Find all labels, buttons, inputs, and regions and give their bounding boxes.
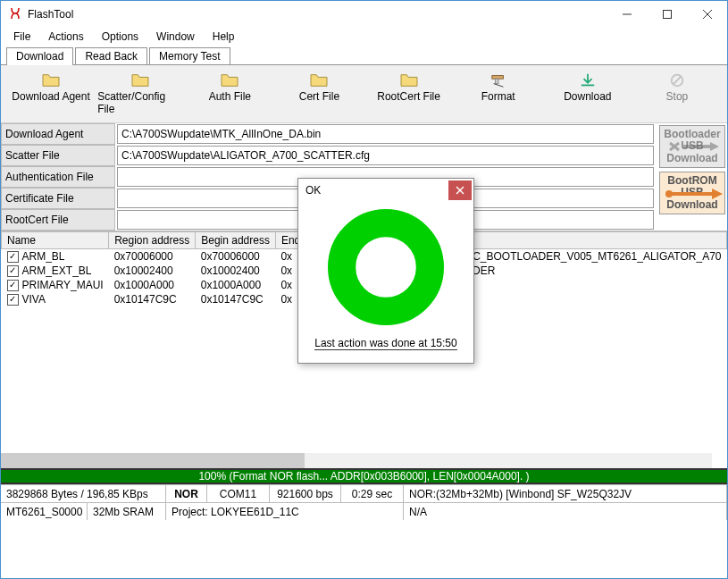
label-auth: Authentication File xyxy=(1,166,115,188)
btn-label: Format xyxy=(481,90,515,103)
cell-name: ARM_EXT_BL xyxy=(22,264,92,277)
btn-bootrom-usb[interactable]: BootROM USB Download xyxy=(659,172,725,214)
col-name[interactable]: Name xyxy=(2,232,109,249)
status-com: COM11 xyxy=(207,485,270,502)
status-chip: MT6261_S0000 xyxy=(1,503,88,520)
svg-rect-1 xyxy=(663,11,671,19)
window-title: FlashTool xyxy=(28,8,607,21)
cell-name: VIVA xyxy=(22,293,46,306)
dialog-titlebar[interactable]: OK xyxy=(298,179,473,202)
label-cert: Certificate File xyxy=(1,188,115,209)
dialog-close-button[interactable] xyxy=(448,180,472,200)
cell-name: ARM_BL xyxy=(22,250,65,263)
input-scatter[interactable] xyxy=(117,146,654,165)
status-bytes: 3829868 Bytes / 196,85 KBps xyxy=(1,485,166,502)
col-region[interactable]: Region address xyxy=(109,232,196,249)
btn-rootcert[interactable]: RootCert File xyxy=(364,69,454,119)
svg-line-8 xyxy=(673,77,681,85)
row-checkbox[interactable]: ✓ xyxy=(7,251,19,263)
tab-readback[interactable]: Read Back xyxy=(75,47,147,64)
menu-help[interactable]: Help xyxy=(205,29,242,45)
menu-file[interactable]: File xyxy=(6,29,38,45)
close-button[interactable] xyxy=(687,2,727,28)
minimize-button[interactable] xyxy=(607,2,647,28)
menubar: File Actions Options Window Help xyxy=(1,28,727,46)
cell-begin: 0x70006000 xyxy=(196,249,276,264)
btn-label: Cert File xyxy=(299,90,339,103)
dialog-message: Last action was done at 15:50 xyxy=(314,337,456,350)
svg-marker-15 xyxy=(712,189,723,199)
close-icon xyxy=(456,186,464,195)
btn-download-agent[interactable]: Download Agent xyxy=(6,69,96,119)
success-ring-icon xyxy=(328,209,444,325)
row-checkbox[interactable]: ✓ xyxy=(7,280,19,291)
maximize-button[interactable] xyxy=(647,2,687,28)
format-icon xyxy=(489,72,508,88)
btn-label: Auth File xyxy=(209,90,251,103)
x-arrow-icon xyxy=(665,141,719,152)
svg-rect-4 xyxy=(491,76,503,80)
cell-begin: 0x1000A000 xyxy=(196,278,276,292)
scrollbar-thumb[interactable] xyxy=(1,453,305,468)
stop-icon xyxy=(667,72,687,88)
status-ram: 32Mb SRAM xyxy=(88,503,166,520)
menu-options[interactable]: Options xyxy=(95,29,146,45)
cell-begin: 0x10002400 xyxy=(196,264,276,278)
status-nor: NOR xyxy=(166,485,207,502)
btn-format[interactable]: Format xyxy=(454,69,543,119)
row-checkbox[interactable]: ✓ xyxy=(7,265,19,277)
btn-scatter[interactable]: Scatter/Config File xyxy=(96,69,185,119)
svg-point-18 xyxy=(342,223,431,312)
menu-window[interactable]: Window xyxy=(149,29,202,45)
btn-cert[interactable]: Cert File xyxy=(274,69,364,119)
svg-marker-12 xyxy=(710,142,719,151)
progress-text: 100% (Format NOR flash... ADDR[0x003B600… xyxy=(198,470,529,482)
status-flash: NOR:(32Mb+32Mb) [Winbond] SF_W25Q32JV xyxy=(404,485,727,502)
input-da[interactable] xyxy=(117,124,654,144)
tab-strip: Download Read Back Memory Test xyxy=(1,46,727,65)
cell-name: PRIMARY_MAUI xyxy=(22,279,104,291)
titlebar: FlashTool xyxy=(1,1,727,28)
btn-label: Scatter/Config File xyxy=(97,90,183,115)
cell-region: 0x10002400 xyxy=(109,264,196,278)
cell-region: 0x70006000 xyxy=(109,249,196,264)
toolbar: Download Agent Scatter/Config File Auth … xyxy=(1,65,727,123)
label-root: RootCert File xyxy=(1,209,115,231)
arrow-icon xyxy=(664,189,723,199)
btn-label: Stop xyxy=(666,90,689,103)
h-scrollbar[interactable] xyxy=(1,453,712,468)
btn-bootloader-usb[interactable]: Bootloader USB Download xyxy=(659,125,725,168)
menu-actions[interactable]: Actions xyxy=(41,29,90,45)
label-da: Download Agent xyxy=(1,123,115,145)
btn-label: Download Agent xyxy=(12,90,89,103)
tab-memorytest[interactable]: Memory Test xyxy=(149,47,230,64)
btn-download[interactable]: Download xyxy=(543,69,632,119)
tab-download[interactable]: Download xyxy=(6,47,73,64)
col-begin[interactable]: Begin address xyxy=(196,232,276,249)
btn-label: RootCert File xyxy=(377,90,440,103)
status-time: 0:29 sec xyxy=(341,485,404,502)
cell-region: 0x1000A000 xyxy=(109,278,196,292)
status-bps: 921600 bps xyxy=(270,485,341,502)
progress-bar: 100% (Format NOR flash... ADDR[0x003B600… xyxy=(1,468,727,484)
status-row-2: MT6261_S0000 32Mb SRAM Project: LOKYEE61… xyxy=(1,502,727,520)
cell-region: 0x10147C9C xyxy=(109,292,196,306)
status-na: N/A xyxy=(404,503,727,520)
svg-rect-5 xyxy=(495,79,498,83)
cell-begin: 0x10147C9C xyxy=(196,292,276,306)
ok-dialog: OK Last action was done at 15:50 xyxy=(297,178,474,364)
row-checkbox[interactable]: ✓ xyxy=(7,294,19,306)
label-scatter: Scatter File xyxy=(1,145,115,166)
btn-label: Download xyxy=(564,90,611,103)
dialog-title-text: OK xyxy=(305,184,447,197)
btn-stop[interactable]: Stop xyxy=(632,69,722,119)
download-icon xyxy=(578,72,598,88)
status-row-1: 3829868 Bytes / 196,85 KBps NOR COM11 92… xyxy=(1,484,727,502)
status-project: Project: LOKYEE61D_11C xyxy=(166,503,404,520)
btn-auth[interactable]: Auth File xyxy=(185,69,274,119)
app-icon xyxy=(8,6,22,23)
